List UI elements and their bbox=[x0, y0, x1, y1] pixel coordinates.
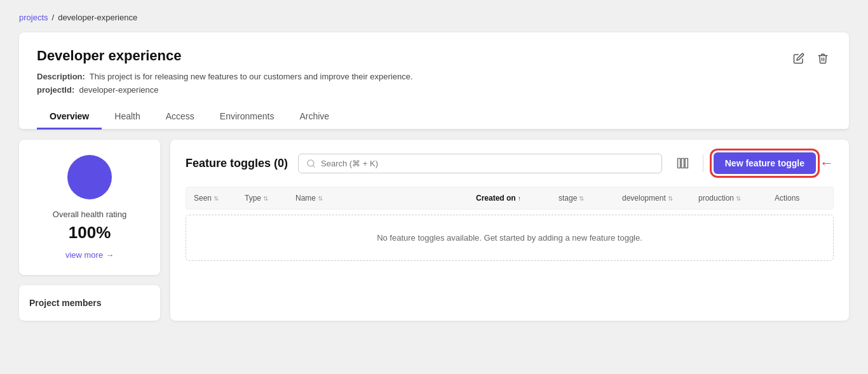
health-percent: 100% bbox=[69, 223, 111, 243]
members-card-title: Project members bbox=[29, 298, 150, 308]
columns-icon bbox=[676, 157, 689, 170]
project-members-card: Project members bbox=[19, 285, 160, 321]
project-id-label: projectId: bbox=[37, 85, 74, 95]
breadcrumb-separator: / bbox=[52, 13, 55, 22]
description-text: This project is for releasing new featur… bbox=[90, 72, 413, 81]
trash-icon bbox=[817, 53, 829, 64]
tab-health[interactable]: Health bbox=[102, 105, 153, 130]
table-header: Seen ⇅ Type ⇅ Name ⇅ Created on ↑ stage … bbox=[186, 187, 834, 210]
col-dev-label: development bbox=[622, 194, 666, 203]
col-actions-label: Actions bbox=[775, 194, 799, 203]
tab-archive[interactable]: Archive bbox=[287, 105, 342, 130]
edit-button[interactable] bbox=[790, 50, 807, 67]
project-card: Developer experience Description: This p… bbox=[19, 32, 849, 130]
sort-dev-icon: ⇅ bbox=[668, 195, 673, 202]
search-box[interactable] bbox=[298, 154, 662, 173]
col-type[interactable]: Type ⇅ bbox=[245, 194, 295, 203]
sort-type-icon: ⇅ bbox=[263, 195, 268, 202]
col-prod-label: production bbox=[698, 194, 734, 203]
col-name-label: Name bbox=[295, 194, 316, 203]
feature-toggles-panel: Feature toggles (0) New feature toggle ← bbox=[170, 140, 849, 321]
breadcrumb-projects-link[interactable]: projects bbox=[19, 13, 48, 22]
project-description: Description: This project is for releasi… bbox=[37, 72, 831, 81]
project-id-value: developer-experience bbox=[79, 85, 158, 95]
sort-created-icon: ↑ bbox=[518, 195, 521, 202]
tab-overview[interactable]: Overview bbox=[37, 105, 102, 130]
svg-rect-4 bbox=[685, 159, 688, 168]
col-stage-label: stage bbox=[559, 194, 577, 203]
project-header: Developer experience bbox=[37, 48, 831, 67]
sort-seen-icon: ⇅ bbox=[214, 195, 219, 202]
edit-icon bbox=[793, 53, 804, 64]
svg-line-1 bbox=[313, 165, 315, 167]
new-feature-toggle-button[interactable]: New feature toggle bbox=[714, 152, 816, 174]
svg-rect-3 bbox=[681, 159, 684, 168]
col-name[interactable]: Name ⇅ bbox=[295, 194, 476, 203]
toggles-header: Feature toggles (0) New feature toggle ← bbox=[186, 152, 834, 174]
col-production[interactable]: production ⇅ bbox=[698, 194, 775, 203]
breadcrumb: projects / developer-experience bbox=[19, 13, 849, 22]
health-label: Overall health rating bbox=[53, 210, 126, 219]
arrow-indicator: ← bbox=[820, 155, 834, 171]
tabs-nav: Overview Health Access Environments Arch… bbox=[19, 105, 849, 130]
col-actions: Actions bbox=[775, 194, 825, 203]
empty-message: No feature toggles available. Get starte… bbox=[377, 233, 642, 243]
arrow-right-icon: → bbox=[105, 250, 114, 260]
sort-name-icon: ⇅ bbox=[318, 195, 323, 202]
project-actions bbox=[790, 48, 831, 67]
left-panel: Overall health rating 100% view more → P… bbox=[19, 140, 160, 321]
sort-stage-icon: ⇅ bbox=[579, 195, 584, 202]
sort-prod-icon: ⇅ bbox=[736, 195, 741, 202]
view-columns-button[interactable] bbox=[672, 153, 693, 173]
col-created-on[interactable]: Created on ↑ bbox=[476, 194, 559, 203]
col-type-label: Type bbox=[245, 194, 261, 203]
divider bbox=[703, 154, 703, 172]
col-seen-label: Seen bbox=[194, 194, 212, 203]
toggles-title: Feature toggles (0) bbox=[186, 157, 288, 170]
search-icon bbox=[306, 159, 316, 168]
col-development[interactable]: development ⇅ bbox=[622, 194, 698, 203]
health-circle bbox=[67, 155, 112, 199]
col-created-label: Created on bbox=[476, 194, 516, 203]
empty-state: No feature toggles available. Get starte… bbox=[186, 215, 834, 261]
view-more-link[interactable]: view more → bbox=[65, 250, 114, 260]
new-toggle-wrapper: New feature toggle ← bbox=[714, 152, 834, 174]
tab-access[interactable]: Access bbox=[153, 105, 207, 130]
health-card: Overall health rating 100% view more → bbox=[19, 140, 160, 275]
project-title: Developer experience bbox=[37, 48, 181, 64]
col-seen[interactable]: Seen ⇅ bbox=[194, 194, 245, 203]
svg-rect-2 bbox=[677, 159, 680, 168]
tab-environments[interactable]: Environments bbox=[207, 105, 287, 130]
col-stage[interactable]: stage ⇅ bbox=[559, 194, 622, 203]
view-more-text: view more bbox=[65, 250, 103, 260]
breadcrumb-current: developer-experience bbox=[58, 13, 137, 22]
search-input[interactable] bbox=[321, 159, 654, 168]
project-id-row: projectId: developer-experience bbox=[37, 85, 831, 95]
delete-button[interactable] bbox=[815, 50, 831, 67]
content-row: Overall health rating 100% view more → P… bbox=[19, 140, 849, 321]
description-label: Description: bbox=[37, 72, 85, 81]
